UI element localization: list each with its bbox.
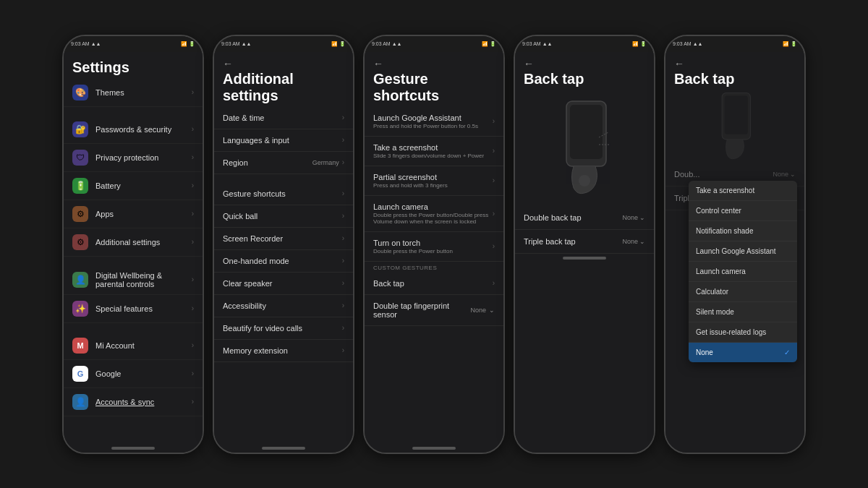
phone4-title: Back tap (524, 71, 645, 87)
phone5-screen: ← Back tap Doub... None ⌄ Triple... None… (665, 52, 804, 453)
phone3-screen: ← Gesture shortcuts Launch Google Assist… (365, 52, 503, 453)
google-icon: G (72, 366, 88, 382)
dropdown-notification-shade[interactable]: Notification shade (689, 221, 797, 241)
phone3-title: Gesture shortcuts (373, 71, 495, 104)
list-item[interactable]: Clear speaker › (214, 273, 353, 295)
list-item[interactable]: Memory extension › (214, 340, 353, 362)
list-item[interactable]: Region Germany › (214, 152, 353, 174)
phone1-list: 🎨 Themes › 🔐 Passwords & security › 🛡 Pr… (64, 79, 203, 444)
additional-settings-icon: ⚙ (72, 234, 88, 250)
phone1-header: Settings (64, 52, 203, 79)
back-button[interactable]: ← (223, 58, 344, 69)
phone4-screen: ← Back tap Double back tap No (515, 52, 654, 453)
phone3: 9:03 AM ▲▲ 📶 🔋 ← Gesture shortcuts Launc… (363, 35, 505, 454)
phone3-status-bar: 9:03 AM ▲▲ 📶 🔋 (365, 36, 503, 52)
dropdown-launch-camera[interactable]: Launch camera (689, 262, 797, 282)
list-item[interactable]: Take a screenshot Slide 3 fingers down/v… (365, 137, 503, 166)
special-features-icon: ✨ (72, 301, 88, 317)
list-item[interactable]: 👤 Digital Wellbeing & parental controls … (64, 265, 203, 295)
svg-rect-1 (570, 105, 603, 159)
back-tap-dropdown[interactable]: Take a screenshot Control center Notific… (689, 181, 797, 362)
home-indicator (262, 447, 305, 450)
phone2-status-bar: 9:03 AM ▲▲ 📶 🔋 (214, 36, 353, 52)
list-item[interactable]: Date & time › (214, 107, 353, 129)
phone3-header: ← Gesture shortcuts (365, 52, 503, 107)
phone5: 9:03 AM ▲▲ 📶 🔋 ← Back tap Doub... None ⌄ (664, 35, 806, 454)
dropdown-calculator[interactable]: Calculator (689, 282, 797, 302)
phone3-list: Launch Google Assistant Press and hold t… (365, 107, 503, 444)
dropdown-none[interactable]: None ✓ (689, 343, 797, 362)
wellbeing-icon: 👤 (72, 272, 88, 288)
phone2-screen: ← Additional settings Date & time › Lang… (214, 52, 353, 453)
svg-rect-6 (725, 95, 748, 134)
list-item[interactable]: ⚙ Apps › (64, 200, 203, 228)
dropdown-take-screenshot[interactable]: Take a screenshot (689, 181, 797, 201)
dropdown-control-center[interactable]: Control center (689, 201, 797, 221)
phone5-header: ← Back tap (665, 52, 804, 90)
phone5-status-bar: 9:03 AM ▲▲ 📶 🔋 (665, 36, 804, 52)
themes-icon: 🎨 (72, 85, 88, 100)
list-item[interactable]: Partial screenshot Press and hold with 3… (365, 166, 503, 196)
back-tap-illustration-2 (665, 90, 804, 163)
triple-back-tap-item[interactable]: Triple back tap None ⌄ (515, 230, 654, 254)
phone4-header: ← Back tap (515, 52, 654, 90)
phone1-status-bar: 9:03 AM ▲▲ 📶 🔋 (64, 36, 203, 52)
list-item[interactable]: Languages & input › (214, 129, 353, 152)
dropdown-launch-assistant[interactable]: Launch Google Assistant (689, 241, 797, 262)
list-item[interactable]: 🎨 Themes › (64, 79, 203, 107)
phone1: 9:03 AM ▲▲ 📶 🔋 Settings 🎨 Themes › 🔐 (62, 35, 204, 454)
phone2-list: Date & time › Languages & input › Region… (214, 107, 353, 444)
list-item[interactable]: One-handed mode › (214, 250, 353, 273)
home-indicator (111, 447, 155, 450)
phone2-header: ← Additional settings (214, 52, 353, 107)
list-item[interactable]: Back tap › (365, 273, 503, 295)
list-item[interactable]: Gesture shortcuts › (214, 183, 353, 205)
apps-icon: ⚙ (72, 206, 88, 222)
list-item[interactable]: Quick ball › (214, 205, 353, 228)
phone1-screen: Settings 🎨 Themes › 🔐 Passwords & securi… (64, 52, 203, 453)
custom-gestures-label: CUSTOM GESTURES (365, 262, 503, 273)
double-back-tap-item[interactable]: Double back tap None ⌄ (515, 206, 654, 230)
list-item[interactable]: Launch camera Double press the Power but… (365, 196, 503, 232)
accounts-icon: 👤 (72, 394, 88, 410)
list-item[interactable]: 🛡 Privacy protection › (64, 144, 203, 172)
back-button[interactable]: ← (524, 58, 645, 69)
svg-point-2 (579, 175, 590, 187)
list-item[interactable]: Launch Google Assistant Press and hold t… (365, 107, 503, 137)
home-indicator (563, 257, 606, 260)
phone4-status-bar: 9:03 AM ▲▲ 📶 🔋 (515, 36, 654, 52)
phone4-items: Double back tap None ⌄ Triple back tap N… (515, 206, 654, 254)
home-indicator (412, 447, 456, 450)
list-item[interactable]: Screen Recorder › (214, 228, 353, 250)
list-item[interactable]: Beautify for video calls › (214, 317, 353, 340)
list-item[interactable]: Double tap fingerprint sensor None ⌄ (365, 295, 503, 326)
list-item[interactable]: ✨ Special features › (64, 295, 203, 323)
time-display: 9:03 AM (71, 41, 90, 46)
dropdown-issue-logs[interactable]: Get issue-related logs (689, 322, 797, 343)
battery-icon: 🔋 (72, 178, 88, 194)
list-item[interactable]: 👤 Accounts & sync › (64, 388, 203, 416)
phone2-title: Additional settings (223, 71, 344, 104)
back-button[interactable]: ← (373, 58, 495, 69)
privacy-icon: 🛡 (72, 150, 88, 166)
passwords-icon: 🔐 (72, 121, 88, 137)
dropdown-silent-mode[interactable]: Silent mode (689, 302, 797, 322)
mi-account-icon: M (72, 338, 88, 354)
list-item[interactable]: 🔐 Passwords & security › (64, 116, 203, 144)
back-button[interactable]: ← (674, 58, 796, 69)
list-item[interactable]: Accessibility › (214, 295, 353, 317)
list-item[interactable]: G Google › (64, 360, 203, 388)
phone2: 9:03 AM ▲▲ 📶 🔋 ← Additional settings Dat… (213, 35, 354, 454)
list-item[interactable]: 🔋 Battery › (64, 172, 203, 200)
list-item[interactable]: ⚙ Additional settings › (64, 228, 203, 257)
phone4: 9:03 AM ▲▲ 📶 🔋 ← Back tap (514, 35, 655, 454)
list-item[interactable]: M Mi Account › (64, 332, 203, 360)
back-tap-illustration (515, 90, 654, 206)
phones-container: 9:03 AM ▲▲ 📶 🔋 Settings 🎨 Themes › 🔐 (48, 20, 820, 468)
phone5-title: Back tap (674, 71, 796, 87)
list-item[interactable]: Turn on torch Double press the Power but… (365, 232, 503, 262)
phone1-title: Settings (72, 59, 194, 76)
